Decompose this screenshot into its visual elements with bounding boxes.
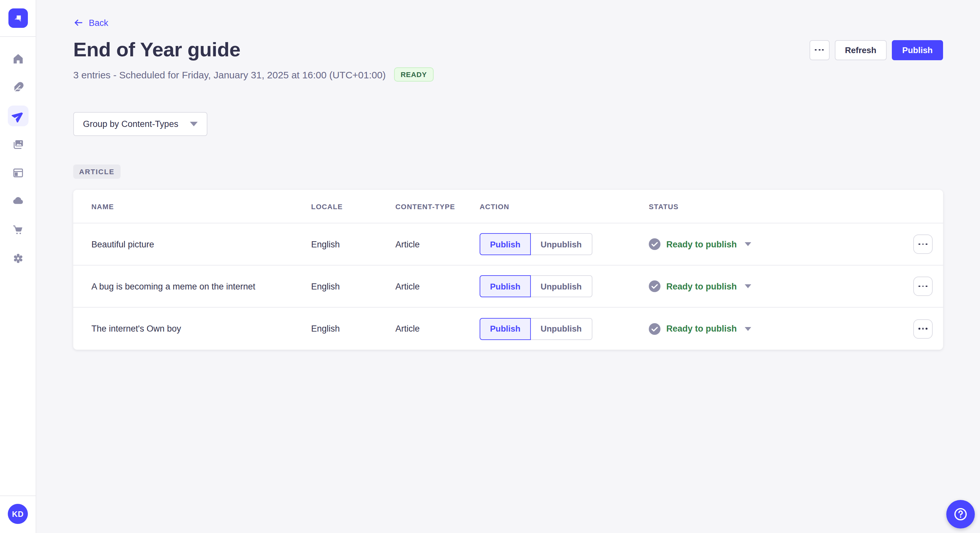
entry-content-type: Article <box>395 324 480 333</box>
chevron-down-icon <box>745 327 751 331</box>
status-dropdown[interactable]: Ready to publish <box>649 238 892 250</box>
release-more-button[interactable] <box>809 40 829 60</box>
content-type-group-badge: ARTICLE <box>73 165 120 179</box>
sidebar-item-media-library[interactable] <box>8 134 28 155</box>
check-circle-icon <box>649 323 660 335</box>
question-mark-icon <box>953 506 968 522</box>
unpublish-action-button[interactable]: Unpublish <box>531 275 592 297</box>
sidebar-item-content-manager[interactable] <box>8 77 28 98</box>
column-header-status: STATUS <box>649 202 892 210</box>
entries-table: NAME LOCALE CONTENT-TYPE ACTION STATUS B… <box>73 190 943 350</box>
sidebar-item-settings[interactable] <box>8 248 28 269</box>
chevron-down-icon <box>745 242 751 246</box>
ellipsis-icon <box>919 285 928 287</box>
table-row: Beautiful picture English Article Publis… <box>73 224 943 265</box>
back-label: Back <box>89 18 108 27</box>
publish-release-button[interactable]: Publish <box>892 40 943 60</box>
action-segmented-control: Publish Unpublish <box>480 233 649 255</box>
sidebar-item-content-type-builder[interactable] <box>8 163 28 183</box>
chevron-down-icon <box>190 122 198 126</box>
cart-icon <box>11 224 24 236</box>
action-segmented-control: Publish Unpublish <box>480 318 649 339</box>
cloud-icon <box>11 195 24 208</box>
ellipsis-icon <box>919 328 928 330</box>
table-header-row: NAME LOCALE CONTENT-TYPE ACTION STATUS <box>73 190 943 224</box>
column-header-name: NAME <box>91 202 311 210</box>
publish-action-button[interactable]: Publish <box>480 275 531 297</box>
help-button[interactable] <box>946 500 975 528</box>
status-dropdown[interactable]: Ready to publish <box>649 323 892 335</box>
strapi-logo[interactable] <box>8 8 27 28</box>
chevron-down-icon <box>745 284 751 288</box>
status-badge: READY <box>394 67 433 82</box>
entry-locale: English <box>311 239 395 249</box>
check-circle-icon <box>649 281 660 292</box>
sidebar-item-marketplace[interactable] <box>8 219 28 240</box>
status-label: Ready to publish <box>666 239 737 249</box>
status-label: Ready to publish <box>666 324 737 333</box>
arrow-left-icon <box>73 17 84 28</box>
header-actions: Refresh Publish <box>809 40 943 60</box>
sidebar-divider <box>0 36 36 37</box>
entry-content-type: Article <box>395 239 480 249</box>
ellipsis-icon <box>919 243 928 245</box>
group-by-label: Group by Content-Types <box>83 119 178 129</box>
publish-action-button[interactable]: Publish <box>480 233 531 255</box>
strapi-logo-icon <box>12 12 24 24</box>
feather-icon <box>11 81 24 94</box>
user-avatar[interactable]: KD <box>8 504 28 524</box>
entry-name: Beautiful picture <box>91 239 311 249</box>
sidebar-item-releases[interactable] <box>8 106 28 126</box>
home-icon <box>11 52 24 65</box>
status-dropdown[interactable]: Ready to publish <box>649 281 892 292</box>
page-title: End of Year guide <box>73 38 240 62</box>
paper-plane-icon <box>11 109 24 122</box>
entry-locale: English <box>311 324 395 333</box>
layout-icon <box>11 167 24 179</box>
row-more-button[interactable] <box>913 235 933 254</box>
publish-action-button[interactable]: Publish <box>480 318 531 339</box>
status-label: Ready to publish <box>666 281 737 291</box>
main-content: Back End of Year guide Refresh Publish 3… <box>36 0 980 533</box>
column-header-content-type: CONTENT-TYPE <box>395 202 480 210</box>
gear-icon <box>11 252 24 265</box>
unpublish-action-button[interactable]: Unpublish <box>531 233 592 255</box>
refresh-button[interactable]: Refresh <box>835 40 887 60</box>
release-subtitle: 3 entries - Scheduled for Friday, Januar… <box>73 69 386 80</box>
sidebar-item-home[interactable] <box>8 49 28 69</box>
entry-locale: English <box>311 281 395 291</box>
sidebar-nav <box>8 41 28 269</box>
table-row: The internet's Own boy English Article P… <box>73 308 943 350</box>
table-row: A bug is becoming a meme on the internet… <box>73 265 943 308</box>
unpublish-action-button[interactable]: Unpublish <box>531 318 592 339</box>
sidebar-bottom: KD <box>0 495 36 533</box>
entry-name: A bug is becoming a meme on the internet <box>91 281 311 291</box>
group-by-select[interactable]: Group by Content-Types <box>73 112 207 136</box>
images-icon <box>11 138 24 151</box>
column-header-action: ACTION <box>480 202 649 210</box>
app-window: KD Back End of Year guide Refresh Publis… <box>0 0 980 533</box>
back-link[interactable]: Back <box>73 17 108 28</box>
entry-name: The internet's Own boy <box>91 324 311 333</box>
row-more-button[interactable] <box>913 319 933 338</box>
entry-content-type: Article <box>395 281 480 291</box>
sidebar-item-deploy[interactable] <box>8 191 28 212</box>
ellipsis-icon <box>815 49 824 51</box>
row-more-button[interactable] <box>913 276 933 296</box>
column-header-locale: LOCALE <box>311 202 395 210</box>
check-circle-icon <box>649 238 660 250</box>
sidebar-divider <box>0 495 36 496</box>
sidebar: KD <box>0 0 36 533</box>
action-segmented-control: Publish Unpublish <box>480 275 649 297</box>
